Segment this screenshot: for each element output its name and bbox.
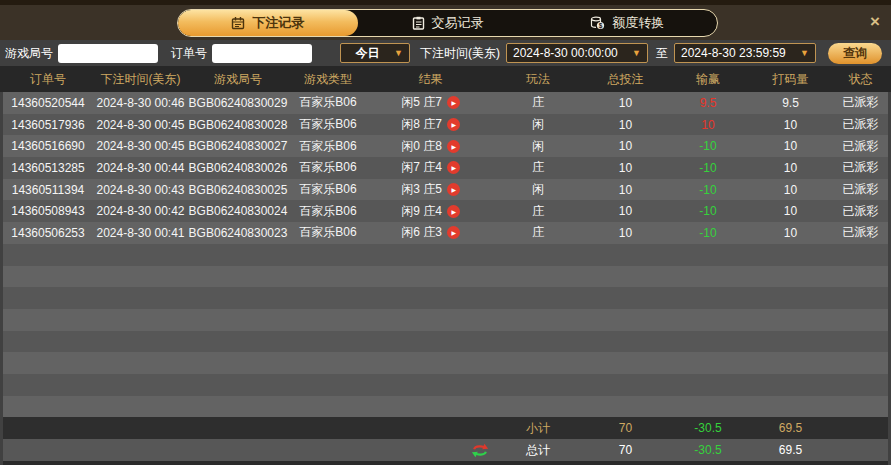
col-header-status: 状态 [833,71,888,88]
table-row: 14360513285 2024-8-30 00:44 BGB062408300… [3,157,888,179]
tab-group: 下注记录 交易记录 $ 额度转换 [177,9,718,37]
play-video-icon[interactable]: ▶ [447,161,460,174]
cell-total-bet: 10 [583,96,668,110]
cell-total-bet: 10 [583,161,668,175]
cell-order-no: 14360508943 [3,204,93,218]
result-text: 闲3 庄5 [401,181,442,198]
bet-records-window: 下注记录 交易记录 $ 额度转换 × 游戏局号 订单号 今日 ▼ [0,0,891,465]
table-rows: 14360520544 2024-8-30 00:46 BGB062408300… [3,92,888,244]
cell-turnover: 10 [748,183,833,197]
result-text: 闲9 庄4 [401,203,442,220]
total-label: 总计 [493,442,583,459]
cell-total-bet: 10 [583,204,668,218]
cell-round: BGB06240830028 [188,118,288,132]
table-row: 14360517936 2024-8-30 00:45 BGB062408300… [3,114,888,136]
cell-total-bet: 10 [583,139,668,153]
cell-total-bet: 10 [583,183,668,197]
cell-round: BGB06240830029 [188,96,288,110]
tab-transaction-records[interactable]: 交易记录 [358,10,538,36]
cell-status: 已派彩 [833,138,888,155]
cell-game-type: 百家乐B06 [288,116,368,133]
tab-bet-records[interactable]: 下注记录 [178,10,358,36]
tab-label: 交易记录 [432,14,484,32]
close-icon[interactable]: × [870,13,880,30]
result-text: 闲8 庄7 [401,116,442,133]
cell-status: 已派彩 [833,94,888,111]
cell-order-no: 14360511394 [3,183,93,197]
cell-win: -10 [668,226,748,240]
cell-status: 已派彩 [833,181,888,198]
play-video-icon[interactable]: ▶ [447,205,460,218]
result-text: 闲6 庄3 [401,224,442,241]
bet-time-label: 下注时间(美东) [420,45,500,62]
col-header-play: 玩法 [493,71,583,88]
tab-label: 下注记录 [252,14,304,32]
col-header-round: 游戏局号 [188,71,288,88]
query-button[interactable]: 查询 [828,43,882,64]
chevron-down-icon: ▼ [632,48,641,58]
cell-play: 庄 [493,203,583,220]
empty-table-row [3,309,888,331]
cell-turnover: 10 [748,226,833,240]
play-video-icon[interactable]: ▶ [447,226,460,239]
order-no-label: 订单号 [171,45,207,62]
cell-total-bet: 10 [583,118,668,132]
table-row: 14360506253 2024-8-30 00:41 BGB062408300… [3,222,888,244]
col-header-order-no: 订单号 [3,71,93,88]
cell-result: 闲6 庄3 ▶ [368,224,493,241]
subtotal-row: 小计 70 -30.5 69.5 [3,417,888,439]
tab-quota-transfer[interactable]: $ 额度转换 [537,10,717,36]
cell-result: 闲5 庄7 ▶ [368,94,493,111]
total-row: 总计 70 -30.5 69.5 [3,439,888,461]
subtotal-win: -30.5 [668,421,748,435]
play-video-icon[interactable]: ▶ [447,96,460,109]
cell-round: BGB06240830023 [188,226,288,240]
play-video-icon[interactable]: ▶ [447,183,460,196]
cell-turnover: 9.5 [748,96,833,110]
tab-label: 额度转换 [612,14,664,32]
cell-result: 闲3 庄5 ▶ [368,181,493,198]
cell-total-bet: 10 [583,226,668,240]
order-no-input[interactable] [212,44,312,63]
subtotal-label: 小计 [493,420,583,437]
cell-game-type: 百家乐B06 [288,224,368,241]
cell-turnover: 10 [748,204,833,218]
chevron-down-icon: ▼ [800,48,809,58]
date-from-select[interactable]: 2024-8-30 00:00:00 ▼ [506,43,648,63]
total-turnover: 69.5 [748,443,833,457]
game-round-label: 游戏局号 [5,45,53,62]
cell-game-type: 百家乐B06 [288,181,368,198]
date-preset-select[interactable]: 今日 ▼ [340,43,410,63]
empty-table-row [3,331,888,353]
cell-round: BGB06240830025 [188,183,288,197]
cell-game-type: 百家乐B06 [288,203,368,220]
bottom-strip [3,461,888,465]
cell-win: -10 [668,161,748,175]
cell-bet-time: 2024-8-30 00:46 [93,96,188,110]
cell-turnover: 10 [748,161,833,175]
cell-result: 闲9 庄4 ▶ [368,203,493,220]
empty-table-row [3,352,888,374]
date-preset-value: 今日 [347,45,388,62]
result-text: 闲7 庄4 [401,159,442,176]
table-row: 14360508943 2024-8-30 00:42 BGB062408300… [3,200,888,222]
to-label: 至 [656,45,668,62]
col-header-turnover: 打码量 [748,71,833,88]
cell-result: 闲0 庄8 ▶ [368,138,493,155]
table-body: 14360520544 2024-8-30 00:46 BGB062408300… [0,92,891,465]
cell-status: 已派彩 [833,159,888,176]
cell-win: -10 [668,204,748,218]
game-round-input[interactable] [58,44,158,63]
cell-win: 10 [668,118,748,132]
cell-play: 庄 [493,224,583,241]
date-to-value: 2024-8-30 23:59:59 [681,46,786,60]
play-video-icon[interactable]: ▶ [447,140,460,153]
empty-table-row [3,287,888,309]
col-header-bet-time: 下注时间(美东) [93,71,188,88]
refresh-icon[interactable] [471,443,489,458]
cell-play: 闲 [493,181,583,198]
subtotal-turnover: 69.5 [748,421,833,435]
date-to-select[interactable]: 2024-8-30 23:59:59 ▼ [674,43,816,63]
cell-win: 9.5 [668,96,748,110]
play-video-icon[interactable]: ▶ [447,118,460,131]
